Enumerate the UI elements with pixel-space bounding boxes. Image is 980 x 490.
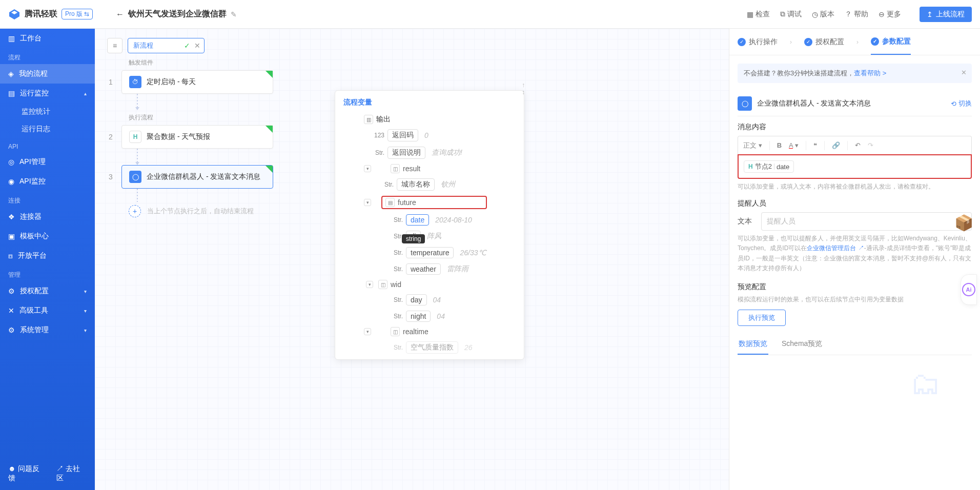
tree-row-weather[interactable]: Str. weather 雷阵雨 [340,261,519,277]
add-node-button[interactable]: + [129,205,141,217]
node-card-weather[interactable]: H 聚合数据 - 天气预报 [121,125,273,149]
caret-icon[interactable]: ▾ [364,165,371,172]
tree-row-aqi[interactable]: Str. 空气质量指数 26 [340,339,519,356]
tree-row-future[interactable]: ▾ ▤ future [340,193,519,212]
link-icon[interactable]: 🔗 [832,141,840,149]
tree-row-return-msg[interactable]: Str. 返回说明 查询成功! [340,144,519,161]
sidebar-item-adv-tools[interactable]: ✕高级工具▾ [0,301,95,320]
tree-row-temp[interactable]: Str. temperature 26/33℃ [340,244,519,261]
sidebar-item-my-flows[interactable]: ◈我的流程 [0,64,95,84]
tree-row-result[interactable]: ▾ ◫ result [340,161,519,176]
debug-action[interactable]: ⧉调试 [780,10,802,19]
type-string-icon: Str. [385,233,403,240]
chevron-right-icon: › [790,38,792,46]
close-banner-icon[interactable]: ✕ [961,69,967,76]
tree-row-wid[interactable]: ▾ ◫ wid [340,277,519,292]
cancel-icon[interactable]: ✕ [194,42,200,50]
tree-row-direct[interactable]: Str. di 阵风 [340,228,519,244]
separator [847,141,848,150]
sidebar-label: 模板中心 [20,232,49,241]
community-link[interactable]: ↗ 去社区 [56,464,87,483]
tree-row-date[interactable]: Str. date 2024-08-10 [340,212,519,228]
inspect-action[interactable]: ▦检查 [747,10,770,19]
msg-content-editor[interactable]: H 节点2 date [738,154,972,179]
node-card-timer[interactable]: ⏱ 定时启动 - 每天 [121,70,273,94]
banner-link[interactable]: 查看帮助 > [854,69,886,77]
preview-empty-area: 🗂 [738,355,972,417]
var-label: result [403,165,420,173]
variable-panel[interactable]: ↑↕ 流程变量 ▥ 输出 123 返回码 0 Str. 返回说明 查询成功! [335,90,524,360]
back-arrow-icon[interactable]: ← [116,10,124,19]
var-label: 城市名称 [397,178,435,191]
bold-icon[interactable]: B [777,141,782,149]
node-source-icon: H [748,163,753,170]
flow-list-button[interactable]: ≡ [107,38,122,53]
api-mgmt-icon: ◎ [8,158,14,166]
wecom-admin-link[interactable]: 企业微信管理后台 ↗ [807,244,864,252]
canvas-area[interactable]: ≡ ✓ ✕ 触发组件 1 ⏱ 定时启动 - 每天 [95,29,729,490]
chevron-down-icon: ▾ [84,308,87,314]
tree-row-day[interactable]: Str. day 04 [340,292,519,308]
redo-icon[interactable]: ↷ [868,141,873,149]
tab-auth[interactable]: ✓授权配置 [804,29,844,55]
caret-icon[interactable]: ▾ [364,328,371,335]
sub-tab-data[interactable]: 数据预览 [738,334,768,355]
sidebar-item-connectors[interactable]: ❖连接器 [0,207,95,227]
tab-exec[interactable]: ✓执行操作 [738,29,778,55]
more-action[interactable]: ⊖更多 [879,10,901,19]
sidebar-label: 开放平台 [18,251,47,260]
tree-row-realtime[interactable]: ▾ ◫ realtime [340,324,519,339]
tree-row-return-code[interactable]: 123 返回码 0 [340,127,519,144]
undo-icon[interactable]: ↶ [855,141,861,149]
quote-icon[interactable]: ❝ [813,141,817,149]
object-icon: ◫ [378,280,387,289]
version-action[interactable]: ◷版本 [812,10,834,19]
variable-chip[interactable]: H 节点2 date [744,160,794,173]
tree-row-city[interactable]: Str. 城市名称 钦州 [340,176,519,193]
font-color-icon[interactable]: A ▾ [789,141,799,149]
wecom-bot-icon: ◯ [129,171,141,183]
sidebar-item-templates[interactable]: ▣模板中心 [0,227,95,246]
sidebar-item-open-platform[interactable]: ⧈开放平台 [0,246,95,266]
sidebar-label: 连接器 [20,212,42,221]
array-icon: ▤ [385,198,395,207]
ai-assistant-button[interactable]: Ai [961,274,977,305]
flow-name-wrap: ✓ ✕ [128,38,205,53]
juhe-icon: H [129,131,141,143]
flow-name-row: ≡ ✓ ✕ [107,38,717,53]
tree-row-night[interactable]: Str. night 04 [340,308,519,324]
empty-state-icon: 🗂 [910,366,941,401]
caret-icon[interactable]: ▾ [364,199,371,206]
section-conn: 连接 [0,191,95,207]
publish-icon: ↥ [927,10,933,18]
feedback-link[interactable]: ☻ 问题反馈 [8,464,46,483]
confirm-icon[interactable]: ✓ [184,42,190,50]
sidebar-item-sys-mgmt[interactable]: ⚙系统管理▾ [0,320,95,340]
sidebar-item-auth[interactable]: ⚙授权配置▾ [0,281,95,301]
top-header: 腾讯轻联 Pro 版 ⇆ ← 钦州天气发送到企业微信群 ✎ ▦检查 ⧉调试 ◷版… [0,0,980,29]
tab-params[interactable]: ✓参数配置 [871,29,911,55]
edit-title-icon[interactable]: ✎ [231,10,237,18]
preview-section-label: 预览配置 [738,282,972,292]
sidebar-sub-monitor-logs[interactable]: 运行日志 [0,120,95,138]
mention-input[interactable]: 提醒人员 📦 [761,212,972,231]
preview-sub-tabs: 数据预览 Schema预览 [738,334,972,355]
sub-tab-schema[interactable]: Schema预览 [781,334,823,355]
sidebar-sub-monitor-stats[interactable]: 监控统计 [0,103,95,120]
sidebar-item-api-monitor[interactable]: ◉API监控 [0,172,95,191]
publish-button[interactable]: ↥上线流程 [920,7,972,22]
node-number: 2 [107,133,114,141]
node-card-wecom[interactable]: ◯ 企业微信群机器人 - 发送富文本消息 [121,165,273,189]
type-string-icon: Str. [385,249,403,256]
feedback-label: 问题反馈 [8,464,39,482]
sidebar-item-api-mgmt[interactable]: ◎API管理 [0,152,95,172]
caret-icon[interactable]: ▾ [366,281,373,288]
rte-format-dropdown[interactable]: 正文 ▾ [743,141,762,150]
section-mgmt: 管理 [0,266,95,281]
panel-drag-icons[interactable]: ↑↕ [522,81,525,96]
help-action[interactable]: ？帮助 [845,10,868,19]
sidebar-item-workspace[interactable]: ▥工作台 [0,29,95,48]
switch-action[interactable]: ⟲切换 [951,99,972,108]
run-preview-button[interactable]: 执行预览 [738,310,786,326]
sidebar-item-monitor[interactable]: ▤运行监控▴ [0,84,95,103]
